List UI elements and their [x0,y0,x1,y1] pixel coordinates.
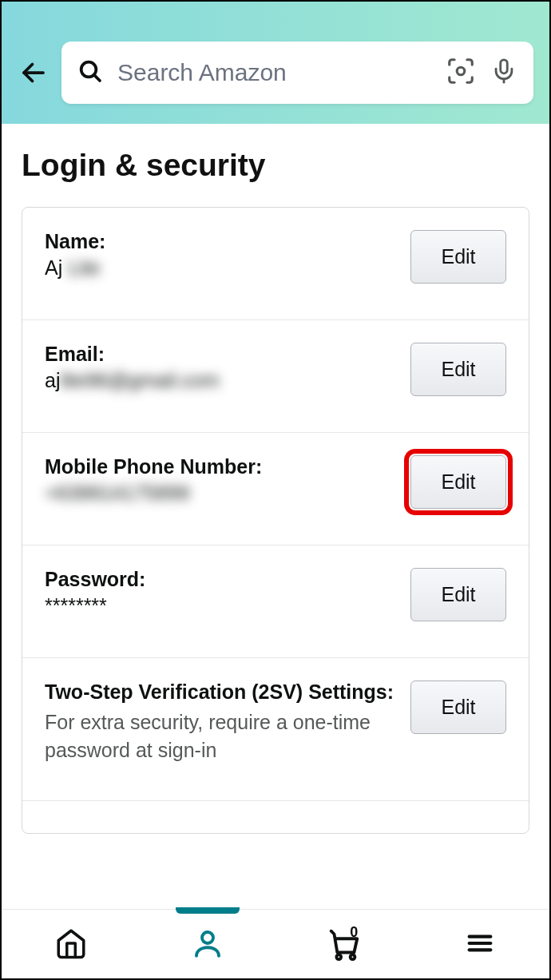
search-bar[interactable] [61,42,533,104]
nav-cart[interactable]: 0 [319,919,367,967]
camera-scan-icon[interactable] [446,56,476,89]
edit-2sv-button[interactable]: Edit [410,680,506,734]
edit-password-button[interactable]: Edit [410,568,506,621]
phone-label: Mobile Phone Number: [45,455,394,478]
setting-row-partial [22,801,529,833]
email-label: Email: [45,343,394,366]
header-bar [2,2,549,124]
name-label: Name: [45,230,394,253]
password-label: Password: [45,568,394,591]
name-value: Aj Lite [45,256,394,280]
setting-row-password: Password: ******** Edit [22,546,529,658]
edit-email-button[interactable]: Edit [410,343,506,396]
settings-card: Name: Aj Lite Edit Email: ajlite96@gmail… [22,207,529,834]
2sv-description: For extra security, require a one-time p… [45,708,394,764]
search-input[interactable] [117,59,431,86]
cart-count-badge: 0 [350,924,358,941]
svg-point-3 [457,67,465,75]
active-tab-indicator [176,907,240,914]
main-content: Login & security Name: Aj Lite Edit Emai… [2,124,549,834]
hamburger-menu-icon [464,927,496,959]
svg-point-8 [351,954,355,959]
svg-line-2 [94,75,100,81]
page-title: Login & security [22,148,529,183]
bottom-nav: 0 [3,909,548,977]
nav-menu[interactable] [456,919,504,967]
account-icon [191,926,224,960]
edit-phone-button[interactable]: Edit [410,455,506,509]
home-icon [54,926,88,960]
nav-account[interactable] [184,919,232,967]
search-icon [77,58,103,87]
phone-value: +639914175899 [45,482,394,505]
setting-row-phone: Mobile Phone Number: +639914175899 Edit [22,433,529,546]
svg-point-6 [202,932,213,943]
2sv-label: Two-Step Verification (2SV) Settings: [45,680,394,704]
setting-row-name: Name: Aj Lite Edit [22,208,529,320]
setting-row-2sv: Two-Step Verification (2SV) Settings: Fo… [22,658,529,801]
svg-rect-4 [501,60,508,73]
edit-name-button[interactable]: Edit [410,230,506,284]
email-value: ajlite96@gmail.com [45,369,394,392]
svg-point-7 [337,954,342,959]
nav-home[interactable] [47,919,95,967]
setting-row-email: Email: ajlite96@gmail.com Edit [22,320,529,433]
microphone-icon[interactable] [490,58,517,88]
back-arrow-icon [19,58,48,87]
back-button[interactable] [18,57,50,89]
password-value: ******** [45,594,394,617]
